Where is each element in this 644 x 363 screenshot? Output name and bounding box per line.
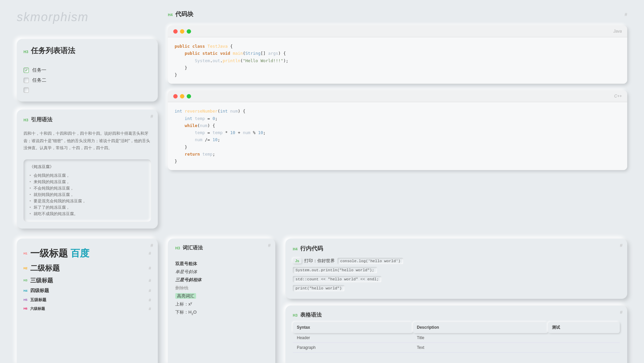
vocab-bold-text: 双星号粗体	[175, 261, 197, 266]
h6-text: 六级标题	[30, 306, 45, 311]
list-item: 不会炖我的炖冻豆腐，	[30, 185, 145, 192]
cpp-lang-label: C++	[614, 94, 622, 98]
vocab-strike-text: 删除线	[175, 285, 188, 290]
cpp-code-block: C++ int reverseNumber(int num) { int tem…	[168, 90, 627, 170]
h4-hash[interactable]: #	[149, 288, 151, 293]
table-cell: Text	[413, 343, 548, 353]
table-row: Paragraph Text	[293, 343, 620, 353]
inline-hash[interactable]: #	[620, 243, 623, 248]
inline-section: # H4 行内代码 Js 打印：你好世界 console.log('hello …	[285, 239, 627, 299]
h3-hash[interactable]: #	[149, 278, 151, 283]
list-item: 会炖我的炖冻豆腐，	[30, 172, 145, 179]
vocab-italic-bold-row: 三星号斜相体	[175, 276, 268, 284]
code-section-hash[interactable]: #	[625, 12, 627, 17]
h1-link[interactable]: 百度	[71, 247, 89, 260]
inline-code-1: console.log('hello world')	[337, 258, 403, 264]
h6-label: H6	[24, 307, 28, 310]
inline-title: 行内代码	[300, 245, 323, 252]
inline-row-4: print("hello world")	[293, 284, 620, 293]
inline-row-3: std::count << "hello world" << endl;	[293, 275, 620, 284]
table-hash[interactable]: #	[620, 310, 623, 315]
checkbox-2[interactable]	[24, 78, 29, 83]
list-item: 要是混充会炖我的炖冻豆腐，	[30, 198, 145, 204]
headings-hash[interactable]: #	[150, 243, 153, 248]
cpp-code-body: int reverseNumber(int num) { int temp = …	[168, 102, 627, 170]
table-section: # H3 表格语法 Syntax Description 测试	[285, 306, 627, 363]
vocab-sup-text: 上标：xy	[175, 301, 192, 307]
quote-section: # H3 引用语法 四和十，十和四，十四和四十，四十和十四。说好四和十得葛舌头和…	[17, 110, 158, 229]
heading-row-h3: H3 三级标题 #	[24, 275, 151, 286]
quote-inner-card: 《炖冻豆腐》 会炖我的炖冻豆腐， 来炖我的炖冻豆腐， 不会炖我的炖冻豆腐， 就别…	[24, 159, 151, 222]
quote-inner-list: 会炖我的炖冻豆腐， 来炖我的炖冻豆腐， 不会炖我的炖冻豆腐， 就别炖我的炖冻豆腐…	[30, 172, 145, 217]
vocab-sub-row: 下标：H2O	[175, 308, 268, 317]
inline-row-1: Js 打印：你好世界 console.log('hello world')	[293, 256, 620, 266]
headings-section: # H1 一级标题 百度 # H2 二级标题 # H3	[17, 239, 158, 363]
list-item: 就吃不成我的炖冻豆腐。	[30, 211, 145, 217]
code-h-label: H4	[168, 13, 173, 17]
task-h-label: H3	[24, 50, 28, 54]
h6-hash[interactable]: #	[149, 306, 151, 311]
task-label-1: 任务一	[32, 67, 46, 73]
inline-badge-js: Js	[293, 258, 302, 264]
h5-label: H5	[24, 298, 28, 301]
tl-red-1	[173, 29, 178, 34]
table-cell: Header	[293, 333, 413, 343]
vocab-highlight-text: 高亮词汇	[175, 293, 196, 299]
inline-h-label: H4	[293, 247, 297, 251]
quote-hash[interactable]: #	[150, 114, 153, 119]
tl-yellow-2	[180, 94, 184, 98]
table-cell	[413, 353, 548, 362]
task-item-1[interactable]: 任务一	[24, 65, 151, 75]
h1-label: H1	[24, 252, 28, 255]
h4-text: 四级标题	[30, 288, 49, 294]
h5-hash[interactable]: #	[149, 297, 151, 302]
vocab-section: # H3 词汇语法 双星号粗体 单星号斜体 三星号斜相体 删除线 高亮词汇 上标…	[168, 239, 275, 363]
heading-row-h6: H6 六级标题 #	[24, 305, 151, 313]
java-code-block: Java public class TestJava { public stat…	[168, 26, 627, 84]
table-row: Header Title	[293, 333, 620, 343]
table-cell: Title	[413, 333, 548, 343]
table-cell: Paragraph	[293, 343, 413, 353]
task-item-3[interactable]	[24, 85, 151, 95]
quote-text: 四和十，十和四，十四和四十，四十和十四。说好四和十得葛舌头和牙齿；谁说四十是"细…	[24, 127, 151, 155]
inline-code-4: print("hello world")	[293, 285, 344, 291]
tl-red-2	[173, 94, 178, 98]
vocab-highlight-row: 高亮词汇	[175, 292, 268, 300]
vocab-italic-row: 单星号斜体	[175, 268, 268, 276]
inline-code-2: System.out.println("hello world");	[293, 267, 377, 273]
h2-text: 二级标题	[30, 263, 60, 273]
vocab-hash[interactable]: #	[268, 243, 271, 248]
inline-row-2: System.out.println("hello world");	[293, 266, 620, 275]
h3-text: 三级标题	[30, 277, 53, 284]
vocab-italic-text: 单星号斜体	[175, 269, 197, 274]
heading-row-h5: H5 五级标题 #	[24, 295, 151, 305]
h1-text: 一级标题	[30, 247, 68, 260]
checkbox-1[interactable]	[24, 68, 29, 73]
table-header-test: 测试	[548, 322, 620, 333]
vocab-title: 词汇语法	[183, 245, 203, 251]
task-item-2[interactable]: 任务二	[24, 75, 151, 85]
quote-inner-title: 《炖冻豆腐》	[30, 164, 145, 170]
heading-row-h2: H2 二级标题 #	[24, 261, 151, 275]
table-row	[293, 353, 620, 362]
h3-label: H3	[24, 279, 28, 282]
table-header-syntax: Syntax	[293, 322, 413, 333]
h5-text: 五级标题	[30, 297, 46, 303]
vocab-sub-text: 下标：H2O	[175, 310, 197, 315]
checkbox-3[interactable]	[24, 87, 29, 93]
table-title: 表格语法	[300, 312, 322, 319]
h1-hash[interactable]: #	[149, 251, 151, 256]
list-item: 坏了了的炖冻豆腐，	[30, 204, 145, 211]
java-code-body: public class TestJava { public static vo…	[168, 37, 627, 84]
vocab-sup-row: 上标：xy	[175, 300, 268, 308]
tl-yellow-1	[180, 29, 184, 34]
table-cell	[293, 353, 413, 362]
table-h-label: H3	[293, 313, 297, 317]
vocab-strike-row: 删除线	[175, 284, 268, 292]
h2-hash[interactable]: #	[149, 266, 151, 271]
code-section-title: 代码块	[175, 10, 193, 18]
vocab-h-label: H3	[175, 246, 180, 250]
tl-green-2	[187, 94, 191, 98]
vocab-italic-bold-text: 三星号斜相体	[175, 277, 201, 282]
task-label-2: 任务二	[32, 77, 46, 83]
